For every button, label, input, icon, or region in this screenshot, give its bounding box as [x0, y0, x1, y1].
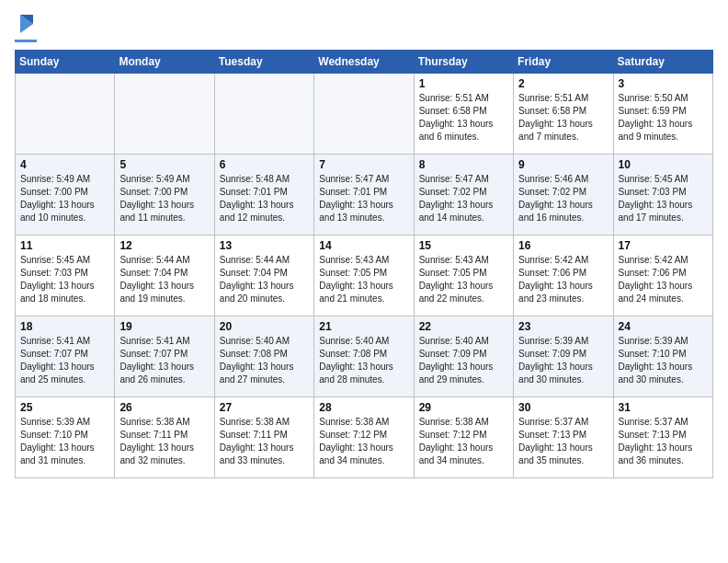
calendar-week-2: 4Sunrise: 5:49 AM Sunset: 7:00 PM Daylig… [16, 155, 713, 236]
day-number: 15 [419, 239, 508, 252]
day-number: 31 [619, 401, 708, 414]
day-number: 27 [220, 401, 309, 414]
header-thursday: Thursday [414, 51, 513, 74]
calendar-cell [314, 74, 414, 155]
day-info: Sunrise: 5:38 AM Sunset: 7:11 PM Dayligh… [220, 416, 309, 467]
day-info: Sunrise: 5:51 AM Sunset: 6:58 PM Dayligh… [518, 92, 608, 144]
day-info: Sunrise: 5:42 AM Sunset: 7:06 PM Dayligh… [619, 254, 708, 305]
page-header [15, 15, 713, 42]
calendar-cell: 4Sunrise: 5:49 AM Sunset: 7:00 PM Daylig… [16, 155, 115, 236]
day-info: Sunrise: 5:50 AM Sunset: 6:59 PM Dayligh… [619, 92, 708, 144]
day-number: 8 [419, 158, 508, 171]
calendar-cell: 8Sunrise: 5:47 AM Sunset: 7:02 PM Daylig… [414, 155, 513, 236]
day-number: 30 [518, 401, 608, 414]
day-number: 10 [619, 158, 708, 171]
calendar-cell: 30Sunrise: 5:37 AM Sunset: 7:13 PM Dayli… [514, 397, 613, 478]
calendar-cell: 17Sunrise: 5:42 AM Sunset: 7:06 PM Dayli… [613, 236, 712, 316]
calendar-cell: 18Sunrise: 5:41 AM Sunset: 7:07 PM Dayli… [16, 316, 115, 397]
calendar-week-3: 11Sunrise: 5:45 AM Sunset: 7:03 PM Dayli… [16, 236, 713, 316]
day-info: Sunrise: 5:43 AM Sunset: 7:05 PM Dayligh… [419, 254, 508, 305]
day-number: 2 [518, 77, 608, 90]
day-number: 11 [20, 239, 109, 252]
day-info: Sunrise: 5:44 AM Sunset: 7:04 PM Dayligh… [220, 254, 309, 305]
day-number: 18 [20, 320, 109, 333]
day-info: Sunrise: 5:45 AM Sunset: 7:03 PM Dayligh… [20, 254, 109, 305]
calendar-cell: 7Sunrise: 5:47 AM Sunset: 7:01 PM Daylig… [314, 155, 414, 236]
day-info: Sunrise: 5:39 AM Sunset: 7:10 PM Dayligh… [619, 335, 708, 386]
calendar-cell: 13Sunrise: 5:44 AM Sunset: 7:04 PM Dayli… [214, 236, 313, 316]
day-info: Sunrise: 5:47 AM Sunset: 7:02 PM Dayligh… [419, 173, 508, 224]
day-number: 19 [119, 320, 209, 333]
day-info: Sunrise: 5:38 AM Sunset: 7:12 PM Dayligh… [319, 416, 408, 467]
day-info: Sunrise: 5:41 AM Sunset: 7:07 PM Dayligh… [119, 335, 209, 386]
day-number: 24 [619, 320, 708, 333]
calendar-cell: 6Sunrise: 5:48 AM Sunset: 7:01 PM Daylig… [214, 155, 313, 236]
day-info: Sunrise: 5:43 AM Sunset: 7:05 PM Dayligh… [319, 254, 408, 305]
day-info: Sunrise: 5:48 AM Sunset: 7:01 PM Dayligh… [220, 173, 309, 224]
day-info: Sunrise: 5:51 AM Sunset: 6:58 PM Dayligh… [419, 92, 508, 144]
calendar-week-4: 18Sunrise: 5:41 AM Sunset: 7:07 PM Dayli… [16, 316, 713, 397]
day-info: Sunrise: 5:45 AM Sunset: 7:03 PM Dayligh… [619, 173, 708, 224]
calendar-cell: 23Sunrise: 5:39 AM Sunset: 7:09 PM Dayli… [514, 316, 613, 397]
calendar-cell: 9Sunrise: 5:46 AM Sunset: 7:02 PM Daylig… [514, 155, 613, 236]
calendar-week-5: 25Sunrise: 5:39 AM Sunset: 7:10 PM Dayli… [16, 397, 713, 478]
header-friday: Friday [514, 51, 613, 74]
calendar-cell: 21Sunrise: 5:40 AM Sunset: 7:08 PM Dayli… [314, 316, 414, 397]
day-info: Sunrise: 5:37 AM Sunset: 7:13 PM Dayligh… [518, 416, 608, 467]
day-number: 29 [419, 401, 508, 414]
day-number: 17 [619, 239, 708, 252]
day-number: 7 [319, 158, 408, 171]
day-number: 5 [119, 158, 209, 171]
calendar-cell [16, 74, 115, 155]
calendar-cell: 15Sunrise: 5:43 AM Sunset: 7:05 PM Dayli… [414, 236, 513, 316]
day-info: Sunrise: 5:40 AM Sunset: 7:09 PM Dayligh… [419, 335, 508, 386]
header-wednesday: Wednesday [314, 51, 414, 74]
day-number: 23 [518, 320, 608, 333]
day-info: Sunrise: 5:38 AM Sunset: 7:11 PM Dayligh… [119, 416, 209, 467]
calendar-cell: 24Sunrise: 5:39 AM Sunset: 7:10 PM Dayli… [613, 316, 712, 397]
calendar-cell: 25Sunrise: 5:39 AM Sunset: 7:10 PM Dayli… [16, 397, 115, 478]
calendar-cell: 31Sunrise: 5:37 AM Sunset: 7:13 PM Dayli… [613, 397, 712, 478]
calendar-cell: 11Sunrise: 5:45 AM Sunset: 7:03 PM Dayli… [16, 236, 115, 316]
calendar-cell: 1Sunrise: 5:51 AM Sunset: 6:58 PM Daylig… [414, 74, 513, 155]
day-number: 16 [518, 239, 608, 252]
calendar-cell [115, 74, 214, 155]
day-info: Sunrise: 5:49 AM Sunset: 7:00 PM Dayligh… [119, 173, 209, 224]
calendar-cell: 2Sunrise: 5:51 AM Sunset: 6:58 PM Daylig… [514, 74, 613, 155]
day-number: 26 [119, 401, 209, 414]
day-number: 22 [419, 320, 508, 333]
day-number: 12 [119, 239, 209, 252]
day-info: Sunrise: 5:39 AM Sunset: 7:10 PM Dayligh… [20, 416, 109, 467]
day-info: Sunrise: 5:38 AM Sunset: 7:12 PM Dayligh… [419, 416, 508, 467]
calendar-cell: 22Sunrise: 5:40 AM Sunset: 7:09 PM Dayli… [414, 316, 513, 397]
day-info: Sunrise: 5:47 AM Sunset: 7:01 PM Dayligh… [319, 173, 408, 224]
calendar-cell: 12Sunrise: 5:44 AM Sunset: 7:04 PM Dayli… [115, 236, 214, 316]
day-number: 1 [419, 77, 508, 90]
day-info: Sunrise: 5:41 AM Sunset: 7:07 PM Dayligh… [20, 335, 109, 386]
calendar-cell: 19Sunrise: 5:41 AM Sunset: 7:07 PM Dayli… [115, 316, 214, 397]
calendar-cell: 5Sunrise: 5:49 AM Sunset: 7:00 PM Daylig… [115, 155, 214, 236]
header-monday: Monday [115, 51, 214, 74]
day-info: Sunrise: 5:39 AM Sunset: 7:09 PM Dayligh… [518, 335, 608, 386]
calendar-cell [214, 74, 313, 155]
calendar-week-1: 1Sunrise: 5:51 AM Sunset: 6:58 PM Daylig… [16, 74, 713, 155]
day-number: 9 [518, 158, 608, 171]
calendar-header-row: SundayMondayTuesdayWednesdayThursdayFrid… [16, 51, 713, 74]
day-number: 3 [619, 77, 708, 90]
day-info: Sunrise: 5:44 AM Sunset: 7:04 PM Dayligh… [119, 254, 209, 305]
day-info: Sunrise: 5:49 AM Sunset: 7:00 PM Dayligh… [20, 173, 109, 224]
header-sunday: Sunday [16, 51, 115, 74]
calendar-cell: 14Sunrise: 5:43 AM Sunset: 7:05 PM Dayli… [314, 236, 414, 316]
day-number: 13 [220, 239, 309, 252]
day-number: 25 [20, 401, 109, 414]
logo-icon [17, 11, 37, 39]
day-number: 14 [319, 239, 408, 252]
day-info: Sunrise: 5:40 AM Sunset: 7:08 PM Dayligh… [220, 335, 309, 386]
header-tuesday: Tuesday [214, 51, 313, 74]
calendar-cell: 26Sunrise: 5:38 AM Sunset: 7:11 PM Dayli… [115, 397, 214, 478]
calendar-cell: 29Sunrise: 5:38 AM Sunset: 7:12 PM Dayli… [414, 397, 513, 478]
day-info: Sunrise: 5:40 AM Sunset: 7:08 PM Dayligh… [319, 335, 408, 386]
day-info: Sunrise: 5:37 AM Sunset: 7:13 PM Dayligh… [619, 416, 708, 467]
calendar-cell: 16Sunrise: 5:42 AM Sunset: 7:06 PM Dayli… [514, 236, 613, 316]
calendar-table: SundayMondayTuesdayWednesdayThursdayFrid… [15, 50, 713, 478]
